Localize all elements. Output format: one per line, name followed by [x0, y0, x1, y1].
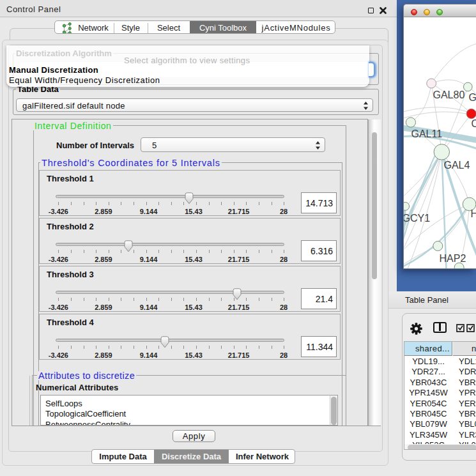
svg-text:GAL4: GAL4: [444, 160, 470, 171]
svg-text:C: C: [472, 118, 476, 129]
svg-text:H: H: [471, 208, 476, 219]
svg-text:GCY1: GCY1: [404, 213, 430, 224]
svg-text:G: G: [469, 92, 476, 103]
svg-text:HAP2: HAP2: [440, 253, 466, 264]
svg-text:GAL80: GAL80: [433, 89, 465, 100]
svg-text:GAL11: GAL11: [411, 128, 443, 139]
